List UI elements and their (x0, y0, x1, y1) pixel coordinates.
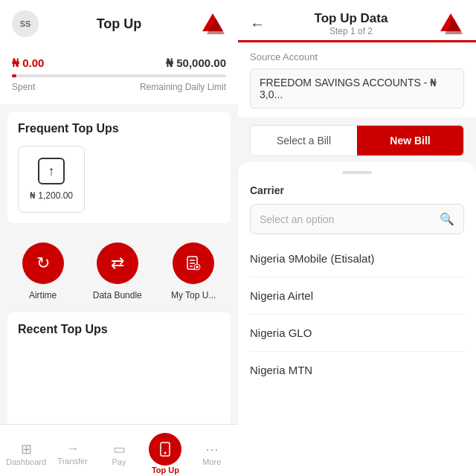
left-header: SS Top Up (0, 0, 238, 48)
progress-bar (12, 74, 226, 77)
right-page-title: Top Up Data (265, 11, 437, 26)
nav-item-dashboard[interactable]: ⊞ Dashboard (3, 435, 49, 466)
my-top-up-label: My Top U... (171, 290, 216, 300)
source-account-section: Source Account FREEDOM SAVINGS ACCOUNTS … (238, 42, 476, 118)
page-title: Top Up (97, 16, 142, 32)
my-top-up-button[interactable]: My Top U... (171, 242, 216, 300)
more-icon: ⋯ (205, 441, 219, 457)
progress-fill (12, 74, 16, 77)
brand-logo-right-icon (437, 10, 464, 37)
source-account-value: FREEDOM SAVINGS ACCOUNTS - ₦ 3,0... (250, 68, 464, 109)
recent-title: Recent Top Ups (18, 323, 220, 336)
dashboard-icon: ⊞ (21, 441, 32, 457)
upload-icon: ↑ (38, 158, 65, 184)
right-title-section: Top Up Data Step 1 of 2 (265, 11, 437, 36)
right-panel: ← Top Up Data Step 1 of 2 Source Account… (238, 0, 476, 476)
airtime-icon: ↻ (22, 242, 64, 284)
nav-item-more[interactable]: ⋯ More (189, 435, 235, 466)
step-indicator: Step 1 of 2 (265, 26, 437, 36)
carrier-search-box[interactable]: Select an option 🔍 (250, 204, 464, 234)
spent-label: Spent (12, 82, 35, 92)
carrier-option-glo[interactable]: Nigeria GLO (250, 315, 464, 352)
bottom-nav: ⊞ Dashboard → Transfer ▭ Pay Top Up ⋯ Mo… (0, 424, 238, 476)
source-account-label: Source Account (250, 51, 464, 62)
frequent-top-ups-section: Frequent Top Ups ↑ ₦ 1,200.00 (7, 112, 231, 223)
limit-label: Remaining Daily Limit (140, 82, 226, 92)
more-label: More (202, 457, 221, 466)
airtime-button[interactable]: ↻ Airtime (22, 242, 64, 300)
limit-amount: ₦ 50,000.00 (166, 57, 226, 70)
carrier-search-placeholder: Select an option (260, 213, 440, 225)
carrier-sheet: Carrier Select an option 🔍 Nigeria 9Mobi… (238, 162, 476, 476)
frequent-item[interactable]: ↑ ₦ 1,200.00 (18, 146, 85, 213)
topup-label: Top Up (152, 466, 179, 475)
nav-item-transfer[interactable]: → Transfer (49, 435, 95, 466)
topup-circle-icon (149, 433, 181, 466)
select-bill-tab[interactable]: Select a Bill (251, 126, 357, 155)
data-bundle-icon: ⇄ (97, 242, 138, 284)
transfer-label: Transfer (57, 457, 88, 466)
svg-point-10 (164, 451, 167, 454)
carrier-option-mtn[interactable]: Nigeria MTN (250, 352, 464, 388)
back-button[interactable]: ← (250, 16, 265, 33)
airtime-label: Airtime (29, 290, 57, 300)
transfer-icon: → (66, 441, 80, 457)
pay-icon: ▭ (113, 441, 126, 457)
frequent-amount: ₦ 1,200.00 (30, 190, 73, 201)
balance-section: ₦ 0.00 ₦ 50,000.00 Spent Remaining Daily… (0, 48, 238, 104)
left-panel: SS Top Up ₦ 0.00 ₦ 50,000.00 Spent Remai… (0, 0, 238, 476)
search-icon[interactable]: 🔍 (440, 212, 454, 226)
carrier-option-9mobile[interactable]: Nigeria 9Mobile (Etisalat) (250, 240, 464, 277)
nav-item-pay[interactable]: ▭ Pay (96, 435, 142, 466)
data-bundle-label: Data Bundle (93, 290, 142, 300)
action-buttons: ↻ Airtime ⇄ Data Bundle My Top U... (0, 231, 238, 312)
carrier-label: Carrier (250, 184, 464, 196)
spent-amount: ₦ 0.00 (12, 57, 44, 70)
frequent-title: Frequent Top Ups (18, 122, 220, 135)
avatar[interactable]: SS (12, 10, 39, 37)
carrier-option-airtel[interactable]: Nigeria Airtel (250, 277, 464, 315)
right-header: ← Top Up Data Step 1 of 2 (238, 0, 476, 42)
pay-label: Pay (112, 457, 126, 466)
carrier-list: Nigeria 9Mobile (Etisalat) Nigeria Airte… (250, 240, 464, 388)
data-bundle-button[interactable]: ⇄ Data Bundle (93, 242, 142, 300)
my-top-up-icon (173, 242, 214, 284)
brand-logo-icon (199, 10, 226, 37)
nav-item-topup[interactable]: Top Up (142, 427, 188, 475)
new-bill-tab[interactable]: New Bill (357, 126, 463, 155)
dashboard-label: Dashboard (6, 457, 46, 466)
bill-tabs: Select a Bill New Bill (250, 125, 464, 156)
sheet-handle (342, 171, 372, 174)
